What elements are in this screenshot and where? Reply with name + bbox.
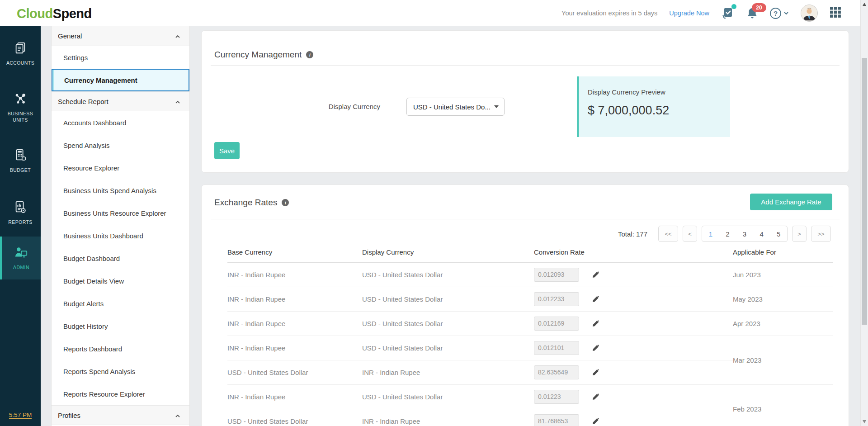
menu-item-reports-dashboard[interactable]: Reports Dashboard (52, 337, 189, 360)
pagination-page-1[interactable]: 1 (709, 230, 712, 238)
scroll-down-arrow-icon[interactable] (863, 420, 866, 423)
menu-item-budget-alerts[interactable]: Budget Alerts (52, 292, 189, 315)
menu-item-budget-dashboard[interactable]: Budget Dashboard (52, 247, 189, 270)
menu-item-reports-resource-explorer[interactable]: Reports Resource Explorer (52, 383, 189, 405)
edit-rate-icon[interactable] (592, 344, 599, 352)
scroll-up-arrow-icon[interactable] (863, 3, 866, 6)
sidebar-item-accounts[interactable]: ACCOUNTS (0, 36, 41, 71)
pagination-first-button[interactable]: << (658, 226, 678, 242)
conversion-rate-input[interactable] (534, 292, 579, 306)
pagination-page-5[interactable]: 5 (777, 230, 780, 238)
menu-item-business-units-resource-explorer[interactable]: Business Units Resource Explorer (52, 202, 189, 224)
section-label: General (58, 32, 82, 40)
help-icon: ? (770, 8, 781, 19)
caret-down-icon (494, 105, 499, 108)
currency-management-title: Currency Management (214, 50, 302, 60)
table-row: INR - Indian RupeeUSD - United States Do… (227, 287, 833, 311)
edit-rate-icon[interactable] (592, 369, 599, 376)
vertical-scrollbar[interactable] (860, 0, 868, 426)
menu-item-accounts-dashboard[interactable]: Accounts Dashboard (52, 111, 189, 134)
col-conversion-rate: Conversion Rate (534, 242, 733, 262)
menu-section-general[interactable]: General (52, 26, 189, 46)
help-menu[interactable]: ? (770, 8, 789, 19)
edit-rate-icon[interactable] (592, 393, 599, 401)
exchange-rates-panel: Exchange Rates i Add Exchange Rate Total… (201, 185, 849, 426)
add-exchange-rate-button[interactable]: Add Exchange Rate (750, 194, 832, 210)
notifications-bell-icon[interactable]: 20 (746, 7, 758, 19)
display-currency-cell: USD - United States Dollar (362, 311, 534, 336)
applicable-for-cell: Jun 2023 (733, 262, 833, 287)
chevron-up-icon (175, 98, 180, 105)
pagination: Total: 177 << < 12345 > >> (618, 226, 831, 242)
panel-title-row: Exchange Rates i (214, 198, 289, 208)
pagination-prev-button[interactable]: < (683, 226, 697, 242)
sidebar-item-label: BUSINESS UNITS (0, 111, 41, 123)
menu-section-schedule-report[interactable]: Schedule Report (52, 91, 189, 111)
app-root: CloudSpend Your evaluation expires in 5 … (0, 0, 868, 426)
menu-item-settings[interactable]: Settings (52, 46, 189, 69)
chevron-up-icon (175, 32, 180, 40)
base-currency-cell: INR - Indian Rupee (227, 311, 362, 336)
col-applicable-for: Applicable For (733, 242, 833, 262)
user-avatar[interactable] (801, 5, 818, 22)
applicable-for-cell: Feb 2023 (733, 384, 833, 426)
conversion-rate-input[interactable] (534, 390, 579, 404)
conversion-rate-cell (534, 336, 733, 360)
apps-grid-icon[interactable] (830, 6, 841, 20)
sidebar-item-budget[interactable]: BUDGET (0, 142, 41, 180)
pagination-next-button[interactable]: > (792, 226, 807, 242)
notification-count-badge: 20 (752, 3, 766, 12)
conversion-rate-input[interactable] (534, 341, 579, 355)
admin-icon (14, 246, 28, 261)
display-currency-cell: USD - United States Dollar (362, 262, 534, 287)
edit-rate-icon[interactable] (592, 320, 599, 327)
menu-item-reports-spend-analysis[interactable]: Reports Spend Analysis (52, 360, 189, 383)
upgrade-now-link[interactable]: Upgrade Now (669, 9, 709, 17)
applicable-for-cell: May 2023 (733, 287, 833, 311)
edit-rate-icon[interactable] (592, 271, 599, 279)
pagination-page-4[interactable]: 4 (760, 230, 763, 238)
menu-section-profiles[interactable]: Profiles (52, 405, 189, 425)
conversion-rate-input[interactable] (534, 268, 579, 282)
preview-value: $ 7,000,000.52 (588, 104, 730, 118)
scrollbar-thumb[interactable] (862, 58, 867, 325)
display-currency-select[interactable]: USD - United States Do... (406, 98, 505, 116)
save-button[interactable]: Save (214, 142, 240, 159)
sidebar-item-admin[interactable]: ADMIN (0, 237, 41, 279)
info-icon[interactable]: i (306, 51, 313, 58)
applicable-for-cell: Mar 2023 (733, 336, 833, 384)
pagination-page-2[interactable]: 2 (726, 230, 729, 238)
sidebar-item-reports[interactable]: REPORTS (0, 194, 41, 232)
edit-rate-icon[interactable] (592, 295, 599, 303)
conversion-rate-input[interactable] (534, 365, 579, 379)
display-currency-cell: INR - Indian Rupee (362, 360, 534, 384)
pagination-last-button[interactable]: >> (811, 226, 831, 242)
menu-item-spend-analysis[interactable]: Spend Analysis (52, 134, 189, 156)
table-row: INR - Indian RupeeUSD - United States Do… (227, 311, 833, 336)
sidebar-item-label: ADMIN (13, 265, 29, 271)
base-currency-cell: USD - United States Dollar (227, 360, 362, 384)
conversion-rate-input[interactable] (534, 414, 579, 426)
primary-sidebar: ADMINREPORTSBUDGETBUSINESS UNITSACCOUNTS… (0, 26, 41, 426)
info-icon[interactable]: i (282, 199, 289, 206)
conversion-rate-cell (534, 409, 733, 426)
logo-cloud: Cloud (17, 6, 53, 21)
sidebar-item-business-units[interactable]: BUSINESS UNITS (0, 85, 41, 130)
conversion-rate-cell (534, 287, 733, 311)
menu-item-currency-management[interactable]: Currency Management (52, 69, 189, 91)
menu-item-resource-explorer[interactable]: Resource Explorer (52, 156, 189, 179)
menu-item-budget-details-view[interactable]: Budget Details View (52, 270, 189, 292)
menu-item-business-units-spend-analysis[interactable]: Business Units Spend Analysis (52, 179, 189, 202)
conversion-rate-input[interactable] (534, 317, 579, 331)
settings-menu: GeneralSettingsCurrency ManagementSchedu… (51, 26, 190, 426)
evaluation-notice: Your evaluation expires in 5 days (561, 9, 657, 17)
display-currency-cell: USD - United States Dollar (362, 336, 534, 360)
edit-rate-icon[interactable] (592, 417, 599, 425)
whats-new-icon[interactable] (721, 6, 735, 20)
menu-item-business-units-dashboard[interactable]: Business Units Dashboard (52, 224, 189, 247)
conversion-rate-cell (534, 360, 733, 384)
time-label[interactable]: 5:57 PM (9, 412, 32, 419)
menu-item-budget-history[interactable]: Budget History (52, 315, 189, 337)
pagination-page-3[interactable]: 3 (743, 230, 746, 238)
logo-spend: Spend (53, 6, 92, 21)
